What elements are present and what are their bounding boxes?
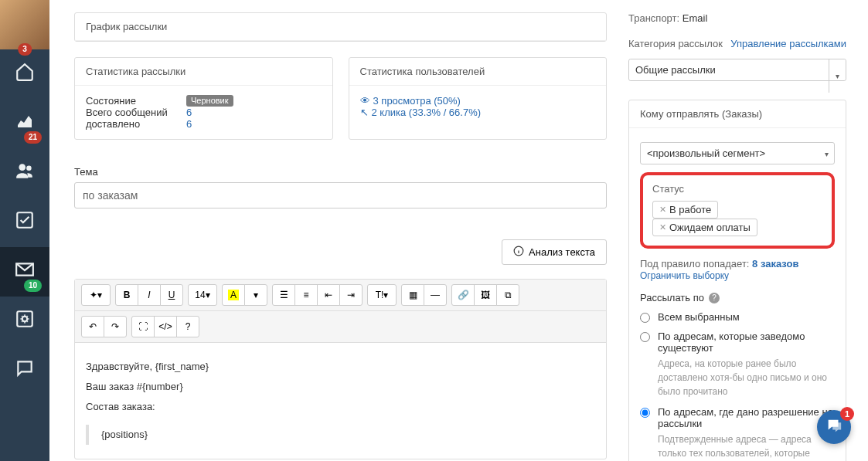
analyze-text-label: Анализ текста <box>529 246 595 258</box>
editor-line-order: Ваш заказ #{number} <box>86 377 595 397</box>
redo-button[interactable]: ↷ <box>104 316 127 337</box>
category-select-wrap[interactable]: Общие рассылки <box>628 59 846 81</box>
analyze-text-button[interactable]: Анализ текста <box>502 239 607 265</box>
status-label: Статус <box>652 183 822 195</box>
cursor-icon: ↖ <box>360 107 369 118</box>
avatar[interactable]: 3 <box>0 0 49 49</box>
bg-color-button[interactable]: ▾ <box>244 284 267 306</box>
font-color-button[interactable]: A <box>222 284 245 306</box>
info-icon <box>513 246 524 259</box>
font-size-button[interactable]: 14▾ <box>188 284 217 306</box>
sidebar-item-users[interactable] <box>0 148 49 198</box>
help-button[interactable]: ? <box>176 316 199 337</box>
schedule-panel: График рассылки <box>74 12 607 42</box>
indent-button[interactable]: ⇥ <box>339 284 363 306</box>
radio-all[interactable] <box>640 313 650 323</box>
transport-label: Транспорт: <box>628 12 679 24</box>
transport-line: Транспорт: Email <box>628 12 846 24</box>
mail-badge: 10 <box>24 280 42 292</box>
radio-permitted-label: По адресам, где дано разрешение на рассы… <box>658 406 833 429</box>
limit-selection-link[interactable]: Ограничить выборку <box>640 270 729 281</box>
ol-button[interactable]: ≡ <box>294 284 318 306</box>
status-tag-0[interactable]: ✕ В работе <box>652 201 718 219</box>
svg-point-1 <box>26 166 31 171</box>
users-icon <box>15 161 35 185</box>
delivered-label: доставлено <box>86 118 186 130</box>
rule-count-link[interactable]: 8 заказов <box>752 258 798 269</box>
recipients-title: Кому отправлять (Заказы) <box>629 100 846 128</box>
editor-line-greeting: Здравствуйте, {first_name} <box>86 357 595 377</box>
editor-line-composition: Состав заказа: <box>86 397 595 417</box>
fab-badge: 1 <box>840 407 854 421</box>
schedule-title: График рассылки <box>75 13 606 41</box>
remove-tag-icon[interactable]: ✕ <box>659 222 666 232</box>
radio-permitted[interactable] <box>640 408 650 418</box>
status-tag-0-label: В работе <box>669 204 711 215</box>
category-select[interactable]: Общие рассылки <box>629 59 846 80</box>
segment-select[interactable]: <произвольный сегмент> <box>640 142 835 164</box>
chat-fab[interactable]: 1 <box>817 410 851 444</box>
table-button[interactable]: ▦ <box>401 284 424 306</box>
stats-users-title: Статистика пользователей <box>349 58 607 86</box>
radio-opt-permitted[interactable]: По адресам, где дано разрешение на рассы… <box>640 406 835 461</box>
send-by-title: Рассылать по <box>640 292 704 303</box>
transport-value: Email <box>682 12 708 24</box>
editor-toolbar-2: ↶ ↷ ⛶ </> ? <box>75 311 606 343</box>
svg-point-0 <box>19 164 26 171</box>
remove-tag-icon[interactable]: ✕ <box>659 205 666 215</box>
radio-known-desc: Адреса, на которые ранее было доставлено… <box>658 357 835 398</box>
radio-opt-all[interactable]: Всем выбранным <box>640 311 835 323</box>
sidebar-item-analytics[interactable]: 21 <box>0 99 49 148</box>
checkbox-icon <box>15 210 35 235</box>
italic-button[interactable]: I <box>138 284 161 306</box>
link-button[interactable]: 🔗 <box>451 284 475 306</box>
sidebar-item-chat[interactable] <box>0 346 49 395</box>
segment-select-wrap[interactable]: <произвольный сегмент> <box>640 142 835 164</box>
magic-button[interactable]: ✦▾ <box>81 284 111 306</box>
chat-bubble-icon <box>825 417 842 438</box>
chat-icon <box>15 358 35 383</box>
template-button[interactable]: ⧉ <box>496 284 519 306</box>
editor: ✦▾ B I U 14▾ A ▾ ☰ <box>74 279 607 459</box>
bold-button[interactable]: B <box>115 284 138 306</box>
status-tag-1[interactable]: ✕ Ожидаем оплаты <box>652 219 757 236</box>
outdent-button[interactable]: ⇤ <box>317 284 340 306</box>
radio-all-label: Всем выбранным <box>658 311 740 323</box>
analytics-badge: 21 <box>24 131 42 144</box>
hr-button[interactable]: — <box>424 284 447 306</box>
sidebar-item-tasks[interactable] <box>0 198 49 247</box>
subject-label: Тема <box>74 166 607 178</box>
category-label: Категория рассылок <box>628 38 723 49</box>
editor-line-positions: {positions} <box>86 425 595 445</box>
home-icon <box>15 62 35 86</box>
sidebar: 3 21 10 <box>0 0 49 461</box>
state-value: Черновик <box>186 95 233 107</box>
underline-button[interactable]: U <box>160 284 183 306</box>
state-label: Состояние <box>86 95 186 107</box>
fullscreen-button[interactable]: ⛶ <box>131 316 155 337</box>
help-icon[interactable]: ? <box>709 293 720 303</box>
code-button[interactable]: </> <box>154 316 177 337</box>
undo-button[interactable]: ↶ <box>81 316 104 337</box>
radio-permitted-desc: Подтвержденные адреса — адреса только те… <box>658 432 835 461</box>
clicks-link[interactable]: 2 клика (33.3% / 66.7%) <box>372 107 482 118</box>
total-value[interactable]: 6 <box>186 107 192 118</box>
image-button[interactable]: 🖼 <box>474 284 497 306</box>
editor-body[interactable]: Здравствуйте, {first_name} Ваш заказ #{n… <box>75 343 606 459</box>
sidebar-item-settings[interactable] <box>0 297 49 346</box>
sidebar-item-mail[interactable]: 10 <box>0 247 49 297</box>
stats-mailing-panel: Статистика рассылки Состояние Черновик В… <box>74 57 333 140</box>
svg-point-4 <box>22 317 28 322</box>
radio-known[interactable] <box>640 332 650 342</box>
subject-input[interactable] <box>74 182 607 208</box>
radio-opt-known[interactable]: По адресам, которые заведомо существуют … <box>640 330 835 398</box>
manage-mailings-link[interactable]: Управление рассылками <box>730 38 846 49</box>
sidebar-item-home[interactable] <box>0 49 49 99</box>
rule-info: Под правило попадает: 8 заказов <box>640 258 835 269</box>
heading-button[interactable]: T!▾ <box>367 284 397 306</box>
views-link[interactable]: 3 просмотра (50%) <box>373 95 461 107</box>
delivered-value[interactable]: 6 <box>186 118 192 130</box>
gear-safe-icon <box>15 309 35 334</box>
ul-button[interactable]: ☰ <box>272 284 295 306</box>
stats-mailing-title: Статистика рассылки <box>75 58 332 86</box>
